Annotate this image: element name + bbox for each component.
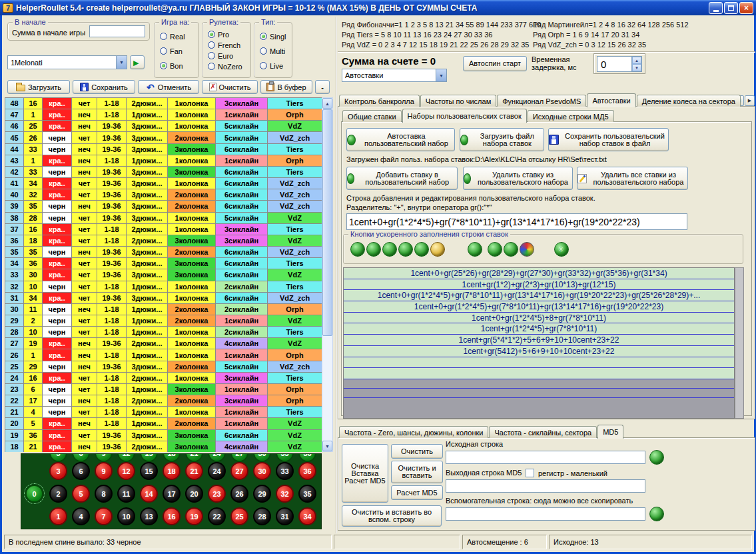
- board-partial-18[interactable]: 18: [163, 453, 181, 462]
- board-number-21[interactable]: 21: [185, 462, 203, 480]
- coin-icon[interactable]: [430, 242, 445, 257]
- green-ball-icon[interactable]: [488, 242, 502, 257]
- board-number-10[interactable]: 10: [117, 507, 135, 525]
- board-number-27[interactable]: 27: [230, 462, 248, 480]
- toolbar-clear-button[interactable]: Очистить: [202, 80, 258, 94]
- main-tab-4[interactable]: Автоставки: [587, 93, 635, 107]
- main-tab-1[interactable]: Контроль банкролла: [339, 95, 420, 107]
- board-number-7[interactable]: 7: [95, 507, 113, 525]
- radio-icon[interactable]: [208, 52, 215, 59]
- paste-ball-icon[interactable]: [649, 450, 664, 465]
- strategy-select[interactable]: 1Melonati: [7, 55, 127, 69]
- board-number-4[interactable]: 4: [72, 507, 90, 525]
- board-number-33[interactable]: 33: [276, 462, 294, 480]
- main-tab-2[interactable]: Частоты по числам: [420, 95, 496, 107]
- md5-multi-button[interactable]: Очистка Вставка Расчет MD5: [342, 444, 388, 503]
- minimize-button[interactable]: [709, 2, 723, 14]
- game-option-bon[interactable]: Bon: [160, 61, 185, 70]
- delete-bet-button[interactable]: Удалить ставку из пользовательского набо…: [463, 167, 573, 190]
- bet-row-2[interactable]: 1cent+gr(1*2)+gr(2*3)+gr(10*13)+gr(12*15…: [344, 279, 734, 291]
- green-ball-icon[interactable]: [414, 242, 429, 257]
- green-ball-icon[interactable]: [504, 242, 518, 257]
- board-number-25[interactable]: 25: [230, 507, 248, 525]
- type-option-live[interactable]: Live: [260, 61, 286, 70]
- delay-input[interactable]: 0 ▲ ▼: [597, 56, 642, 72]
- board-partial-27[interactable]: 27: [230, 453, 248, 462]
- board-number-2[interactable]: 2: [49, 485, 67, 503]
- bet-row-4[interactable]: 1cent+0+gr(1*2*4*5)+gr(7*8*10*11)+gr(13*…: [344, 301, 734, 313]
- board-number-32[interactable]: 32: [276, 485, 294, 503]
- board-partial-33[interactable]: 33: [276, 453, 294, 462]
- play-button[interactable]: [130, 55, 145, 69]
- board-number-26[interactable]: 26: [230, 485, 248, 503]
- mode-select[interactable]: Автоставки: [342, 69, 447, 82]
- board-partial-36[interactable]: 36: [298, 453, 316, 462]
- bet-edit-input[interactable]: [346, 213, 687, 230]
- board-number-0[interactable]: 0: [25, 485, 43, 503]
- board-partial-15[interactable]: 15: [140, 453, 158, 462]
- board-number-9[interactable]: 9: [95, 462, 113, 480]
- close-button[interactable]: ×: [739, 2, 753, 14]
- bet-row-6[interactable]: 1cent+gr(1*2*4*5)+gr(7*8*10*11): [344, 323, 734, 335]
- bet-row-3[interactable]: 1cent+0+gr(1*2*4*5)+gr(7*8*10*11)+gr(13*…: [344, 290, 734, 301]
- board-number-17[interactable]: 17: [163, 485, 181, 503]
- green-ball-icon[interactable]: [350, 242, 365, 257]
- board-number-8[interactable]: 8: [95, 485, 113, 503]
- bet-row-5[interactable]: 1cent+0+gr(1*2*4*5)+8+gr(7*8*10*11): [344, 313, 734, 324]
- tab-scroll-right-button[interactable]: ▶: [745, 95, 755, 106]
- autospin-start-button[interactable]: Автоспин старт: [463, 56, 527, 71]
- board-number-19[interactable]: 19: [185, 507, 203, 525]
- md5-clear-paste-aux-button[interactable]: Очистить и вставить во вспом. строку: [342, 505, 442, 527]
- sub-tab-3[interactable]: Исходные строки МД5: [528, 110, 614, 122]
- board-number-22[interactable]: 22: [208, 507, 226, 525]
- board-number-18[interactable]: 18: [163, 462, 181, 480]
- board-partial-9[interactable]: 9: [95, 453, 113, 462]
- board-number-11[interactable]: 11: [117, 485, 135, 503]
- radio-icon[interactable]: [260, 47, 267, 55]
- board-number-5[interactable]: 5: [72, 485, 90, 503]
- radio-icon[interactable]: [208, 41, 215, 49]
- board-number-14[interactable]: 14: [140, 485, 158, 503]
- paste-ball-icon[interactable]: [649, 507, 664, 521]
- board-number-28[interactable]: 28: [253, 507, 271, 525]
- toolbar-save-button[interactable]: Сохранить: [73, 80, 135, 94]
- radio-icon[interactable]: [160, 47, 167, 55]
- board-number-24[interactable]: 24: [208, 462, 226, 480]
- board-partial-30[interactable]: 30: [253, 453, 271, 462]
- bet-list-scrollbar[interactable]: [735, 267, 744, 419]
- board-partial-12[interactable]: 12: [117, 453, 135, 462]
- green-ball-icon[interactable]: [382, 242, 397, 257]
- sub-tab-1[interactable]: Общие ставки: [342, 110, 402, 122]
- md5-calc-button[interactable]: Расчет MD5: [391, 485, 443, 500]
- board-number-35[interactable]: 35: [298, 485, 316, 503]
- scroll-down-button[interactable]: ▼: [322, 441, 332, 451]
- maximize-button[interactable]: [724, 2, 738, 14]
- green-ball-icon[interactable]: [366, 242, 381, 257]
- md5-clear-paste-button[interactable]: Очистить и вставить: [391, 461, 443, 483]
- bet-row-empty[interactable]: [344, 368, 734, 379]
- radio-icon[interactable]: [160, 62, 167, 69]
- history-scrollbar[interactable]: ▲ ▼: [322, 97, 333, 452]
- type-option-multi[interactable]: Multi: [260, 47, 286, 55]
- board-number-36[interactable]: 36: [298, 462, 316, 480]
- board-partial-6[interactable]: 6: [72, 453, 90, 462]
- radio-icon[interactable]: [260, 62, 267, 69]
- board-number-3[interactable]: 3: [49, 462, 67, 480]
- star-ball-icon[interactable]: [554, 242, 569, 257]
- bottom-tab-1[interactable]: Частота - Zero, шансы, дюжины, колонки: [339, 426, 488, 438]
- md5-source-input[interactable]: [446, 451, 645, 464]
- md5-aux-input[interactable]: [446, 507, 645, 521]
- board-number-6[interactable]: 6: [72, 462, 90, 480]
- bet-row-empty[interactable]: [344, 357, 734, 369]
- bottom-tab-2[interactable]: Частота - сиклайны, сектора: [489, 426, 597, 438]
- main-tab-5[interactable]: Деление колеса на сектора: [637, 95, 741, 107]
- collapse-button[interactable]: -: [315, 80, 330, 94]
- roulette-option-nozero[interactable]: NoZero: [208, 62, 242, 71]
- board-number-15[interactable]: 15: [140, 462, 158, 480]
- type-option-singl[interactable]: Singl: [260, 32, 286, 41]
- toolbar-buffer-button[interactable]: В буфер: [260, 80, 312, 94]
- save-bet-file-button[interactable]: Сохранить пользовательский набор ставок …: [548, 128, 669, 151]
- board-number-23[interactable]: 23: [208, 485, 226, 503]
- board-partial-24[interactable]: 24: [208, 453, 226, 462]
- bet-row-1[interactable]: 1cent+0+gr(25*26)+gr(28*29)+gr(27*30)+gr…: [344, 268, 734, 279]
